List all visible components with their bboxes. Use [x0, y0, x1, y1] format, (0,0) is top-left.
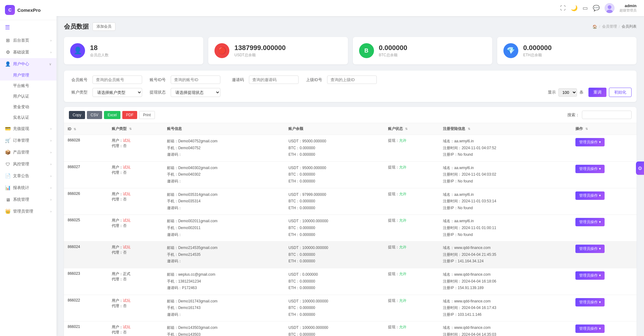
agent-type: 代理：否: [112, 330, 160, 335]
breadcrumb-member-manage[interactable]: 会员管理: [602, 24, 617, 29]
sidebar-item-real-auth[interactable]: 实名认证: [0, 112, 56, 123]
stat-card-members: 👤 18 会员总人数: [64, 37, 203, 64]
cell-status: 提现：允许: [384, 215, 439, 242]
col-header-status: 账户状态 ⇅: [384, 123, 439, 135]
logo-icon: C: [5, 5, 15, 15]
avatar: [605, 3, 615, 13]
agent-type: 代理：否: [112, 250, 160, 255]
sidebar-item-platform-account[interactable]: 平台账号: [0, 81, 56, 91]
stat-usdt-info: 1387999.000000 USDT总余额: [234, 44, 286, 58]
user-center-arrow: ∨: [49, 62, 52, 66]
table-search-input[interactable]: [582, 111, 632, 119]
manage-button[interactable]: 管理员操作 ▾: [575, 165, 604, 173]
table-row: 866026 用户：试玩 代理：否 邮箱：Demo035314gmail.com…: [64, 188, 637, 215]
sidebar-item-order[interactable]: 🛒订单管理 ›: [0, 135, 56, 146]
manage-button[interactable]: 管理员操作 ▾: [575, 218, 604, 226]
col-header-id: ID ⇅: [64, 123, 108, 135]
cell-status: 提现：允许: [384, 242, 439, 268]
account-type-select[interactable]: 请选择账户类型 用户 代理: [92, 88, 142, 97]
cell-balance: USDT：97999.000000 BTC：0.000000 ETH：0.000…: [285, 188, 384, 215]
cell-action: 管理员操作 ▾: [572, 215, 637, 242]
pdf-button[interactable]: PDF: [122, 111, 137, 119]
agent-type: 代理：否: [112, 143, 160, 149]
sidebar-item-risk[interactable]: 🛡风控管理 ›: [0, 158, 56, 170]
cell-balance: USDT：0.000000 BTC：0.000000 ETH：0.000000: [285, 268, 384, 295]
cell-action: 管理员操作 ▾: [572, 321, 637, 336]
account-id-input[interactable]: [171, 76, 220, 84]
agent-type: 代理：否: [112, 303, 160, 309]
print-button[interactable]: Print: [139, 111, 155, 119]
csv-button[interactable]: CSV: [87, 111, 102, 119]
excel-button[interactable]: Excel: [104, 111, 120, 119]
cell-balance: USDT：100000.000000 BTC：0.000000 ETH：0.00…: [285, 321, 384, 336]
cell-reg: 域名：www.qdd-finance.com 注册时间：2024-04-04 1…: [439, 268, 572, 295]
fullscreen-icon[interactable]: ⛶: [560, 5, 566, 12]
user-center-icon: 👤: [5, 61, 11, 67]
superior-id-input[interactable]: [327, 76, 377, 84]
withdraw-status-select[interactable]: 请选择提现状态 允许 禁止: [171, 88, 220, 97]
col-header-type: 账户类型 ⇅: [108, 123, 163, 135]
sidebar-item-fund-change[interactable]: 资金变动: [0, 102, 56, 112]
table-section: Copy CSV Excel PDF Print 搜索： ID ⇅ 账户类型 ⇅…: [64, 107, 637, 336]
sidebar-item-user-auth[interactable]: 用户认证: [0, 91, 56, 102]
sidebar-item-admin[interactable]: 👑管理员管理 ›: [0, 205, 56, 217]
filter-section: 会员账号 账号ID号 邀请码 上级ID号 账户类型 请选择账户类型 用户 代理 …: [64, 71, 637, 102]
cell-id: 866027: [64, 161, 108, 188]
cell-status: 提现：允许: [384, 135, 439, 162]
cell-id: 866024: [64, 242, 108, 268]
search-label: 搜索：: [567, 112, 579, 118]
display-unit: 条: [579, 90, 583, 95]
header: ⛶ 🌙 ▭ 💬 admin 超级管理员: [56, 0, 644, 16]
sidebar-item-user-management[interactable]: 用户管理: [0, 70, 56, 81]
header-right: ⛶ 🌙 ▭ 💬 admin 超级管理员: [560, 3, 637, 13]
sidebar-item-article[interactable]: 📄文章公告 ›: [0, 170, 56, 182]
filter-row-1: 会员账号 账号ID号 邀请码 上级ID号: [69, 76, 632, 84]
sidebar-item-dashboard[interactable]: ⊞后台首页 ›: [0, 35, 56, 46]
cell-action: 管理员操作 ▾: [572, 161, 637, 188]
stat-card-eth: 💎 0.000000 ETH总余额: [497, 37, 637, 64]
display-count-select[interactable]: 10 25 50 100: [558, 88, 577, 97]
manage-button[interactable]: 管理员操作 ▾: [575, 138, 604, 146]
table-row: 866024 用户：试玩 代理：否 邮箱：Demo214535gmail.com…: [64, 242, 637, 268]
sidebar-item-recharge[interactable]: 💳充值提现 ›: [0, 123, 56, 135]
eth-label: ETH总余额: [523, 53, 552, 58]
copy-button[interactable]: Copy: [69, 111, 85, 119]
sidebar-item-reports[interactable]: 📊报表统计 ›: [0, 182, 56, 194]
manage-button[interactable]: 管理员操作 ▾: [575, 245, 604, 253]
manage-button[interactable]: 管理员操作 ▾: [575, 271, 604, 280]
cell-type: 用户：试玩 代理：否: [108, 135, 163, 162]
article-icon: 📄: [5, 173, 11, 179]
table-row: 866027 用户：试玩 代理：否 邮箱：Demo040302gmail.com…: [64, 161, 637, 188]
member-account-input[interactable]: [92, 76, 142, 84]
breadcrumb: 🏠 / 会员管理 / 会员列表: [592, 24, 637, 29]
stat-eth-info: 0.000000 ETH总余额: [523, 44, 552, 58]
stat-card-usdt: 🔴 1387999.000000 USDT总余额: [208, 37, 348, 64]
add-member-button[interactable]: 添加会员: [92, 22, 115, 31]
manage-button[interactable]: 管理员操作 ▾: [575, 298, 604, 306]
breadcrumb-home-icon[interactable]: 🏠: [592, 25, 597, 29]
col-header-action: 操作 ⇅: [572, 123, 637, 135]
table-row: 866021 用户：试玩 代理：否 邮箱：Demo143503gmail.com…: [64, 321, 637, 336]
menu-toggle-icon[interactable]: ☰: [0, 20, 56, 35]
svg-point-1: [608, 5, 611, 9]
usdt-icon: 🔴: [214, 43, 229, 58]
floating-settings-button[interactable]: ⚙: [636, 161, 644, 175]
dark-mode-icon[interactable]: 🌙: [571, 5, 578, 12]
cell-reg: 域名：aa.wmyl6.in 注册时间：2024-11-01 01:00:11 …: [439, 215, 572, 242]
sidebar-item-user-center[interactable]: 👤用户中心 ∨: [0, 58, 56, 70]
invite-code-input[interactable]: [249, 76, 299, 84]
page-title: 会员数据: [64, 22, 89, 31]
cell-action: 管理员操作 ▾: [572, 295, 637, 321]
table-row: 866025 用户：试玩 代理：否 邮箱：Demo002011gmail.com…: [64, 215, 637, 242]
cell-id: 866022: [64, 295, 108, 321]
display-icon[interactable]: ▭: [583, 5, 588, 12]
reset-button[interactable]: 初始化: [609, 88, 632, 97]
notification-icon[interactable]: 💬: [593, 5, 600, 12]
cell-action: 管理员操作 ▾: [572, 135, 637, 162]
sidebar-item-system[interactable]: 🖥系统管理 ›: [0, 194, 56, 205]
manage-button[interactable]: 管理员操作 ▾: [575, 191, 604, 200]
sidebar-item-basic-settings[interactable]: ⚙基础设置 ›: [0, 46, 56, 58]
manage-button[interactable]: 管理员操作 ▾: [575, 324, 604, 333]
sidebar-item-product[interactable]: 📦产品管理 ›: [0, 146, 56, 158]
query-button[interactable]: 重调: [588, 88, 606, 97]
